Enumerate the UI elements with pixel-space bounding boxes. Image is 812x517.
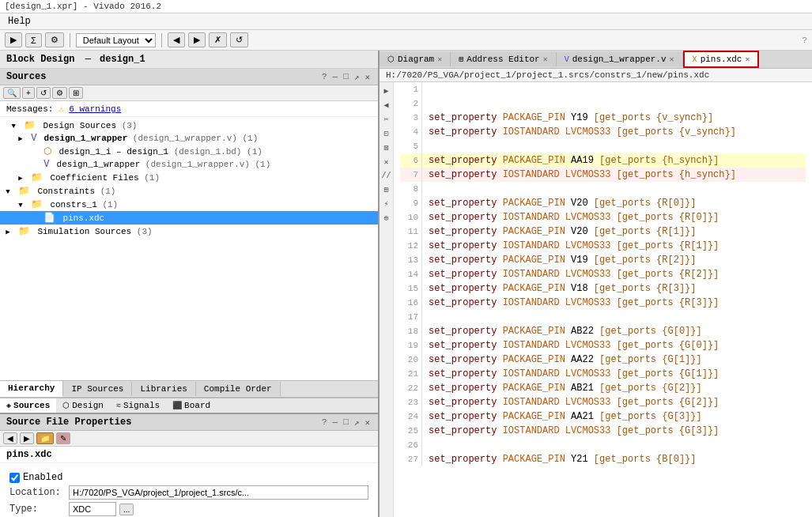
toolbar-stop-btn[interactable]: ✗ [209, 32, 227, 47]
editor-tabs: ⬡ Diagram ✕ ⊞ Address Editor ✕ V design_… [380, 51, 812, 69]
strip-icon-close[interactable]: ✕ [383, 157, 389, 168]
tab-hierarchy[interactable]: Hierarchy [0, 381, 63, 397]
sfp-edit-btn[interactable]: ✎ [56, 432, 70, 444]
tree-design1-wrapper2[interactable]: V design_1_wrapper (design_1_wrapper.v) … [0, 158, 378, 171]
line-number-17: 17 [400, 310, 422, 324]
src-settings-btn[interactable]: ⚙ [52, 87, 67, 99]
sfp-prev-btn[interactable]: ◀ [3, 432, 17, 444]
editor-tab-pins-xdc-label: pins.xdc [701, 55, 742, 64]
code-text-25: set_property IOSTANDARD LVCMOS33 [get_po… [429, 424, 719, 438]
bottom-tab-signals[interactable]: ≈ Signals [110, 398, 166, 413]
sfp-enabled-checkbox[interactable] [9, 473, 20, 483]
warnings-link[interactable]: 6 warnings [69, 104, 121, 114]
code-line-16: 16set_property IOSTANDARD LVCMOS33 [get_… [400, 296, 806, 310]
editor-tab-diagram[interactable]: ⬡ Diagram ✕ [380, 52, 451, 66]
src-search-btn[interactable]: 🔍 [3, 87, 21, 99]
src-add-btn[interactable]: + [22, 87, 35, 99]
verilog-icon: V [31, 133, 36, 144]
layout-select[interactable]: Default Layout [76, 33, 156, 47]
sfp-maximize-btn[interactable]: □ [342, 417, 350, 427]
strip-icon-cut[interactable]: ✂ [383, 114, 389, 125]
editor-tab-pins-xdc[interactable]: X pins.xdc ✕ [683, 51, 760, 68]
editor-tab-wrapper-v[interactable]: V design_1_wrapper.v ✕ [557, 52, 683, 66]
sfp-help-btn[interactable]: ? [320, 417, 329, 427]
tab-compile-order[interactable]: Compile Order [196, 382, 281, 396]
bottom-tab-board[interactable]: ⬛ Board [166, 398, 217, 413]
sfp-type-value[interactable] [69, 502, 116, 516]
code-line-12: 12set_property IOSTANDARD LVCMOS33 [get_… [400, 239, 806, 253]
title-text: [design_1.xpr] - Vivado 2016.2 [5, 2, 161, 11]
sources-tab-icon: ◈ [6, 401, 11, 410]
strip-icon-add[interactable]: ⊕ [383, 213, 389, 224]
strip-icon-back[interactable]: ◀ [383, 100, 389, 111]
menu-help[interactable]: Help [5, 15, 34, 28]
tree-coeff-files[interactable]: ▶ 📁 Coefficient Files (1) [0, 171, 378, 184]
src-expand-btn[interactable]: ⊞ [69, 87, 83, 99]
sfp-folder-btn[interactable]: 📁 [36, 432, 54, 444]
sources-help-btn[interactable]: ? [320, 72, 329, 81]
sources-tree[interactable]: ▼ 📁 Design Sources (3) ▶ V design_1_wrap… [0, 117, 378, 380]
tree-constraints[interactable]: ▼ 📁 Constraints (1) [0, 184, 378, 198]
tree-design1-i[interactable]: ⬡ design_1_i – design_1 (design_1.bd) (1… [0, 145, 378, 158]
line-number-2: 2 [400, 96, 422, 111]
code-line-17: 17 [400, 310, 806, 324]
tree-constrs1[interactable]: ▼ 📁 constrs_1 (1) [0, 198, 378, 211]
sources-close-btn[interactable]: ✕ [363, 72, 372, 82]
strip-icon-block1[interactable]: ⊡ [383, 128, 389, 139]
strip-icon-run[interactable]: ▶ [383, 85, 389, 96]
line-number-26: 26 [400, 438, 422, 452]
wrapper-v-tab-close[interactable]: ✕ [670, 55, 674, 64]
sfp-type-label: Type: [9, 504, 69, 515]
bd-icon: ⬡ [43, 146, 51, 157]
toolbar-refresh-btn[interactable]: ↺ [230, 32, 248, 47]
sfp-close-btn[interactable]: ✕ [363, 417, 372, 428]
code-line-22: 22set_property PACKAGE_PIN AB21 [get_por… [400, 381, 806, 395]
sfp-location-value[interactable] [69, 485, 368, 500]
tree-sim-sources[interactable]: ▶ 📁 Simulation Sources (3) [0, 225, 378, 238]
code-line-21: 21set_property IOSTANDARD LVCMOS33 [get_… [400, 367, 806, 381]
pins-xdc-tab-close[interactable]: ✕ [745, 55, 750, 64]
code-line-6: 6set_property PACKAGE_PIN AA19 [get_port… [400, 153, 806, 168]
bottom-tab-design[interactable]: ⬡ Design [56, 398, 110, 413]
bottom-tab-sources[interactable]: ◈ Sources [0, 398, 56, 413]
sfp-type-browse-btn[interactable]: ... [119, 504, 134, 515]
line-number-19: 19 [400, 338, 422, 353]
tree-pins-xdc[interactable]: 📄 pins.xdc [0, 211, 378, 225]
signals-tab-icon: ≈ [116, 402, 121, 410]
src-refresh-btn[interactable]: ↺ [36, 87, 51, 99]
sfp-minimize-btn[interactable]: — [331, 417, 340, 427]
design-tab-icon: ⬡ [62, 401, 70, 410]
strip-icon-flash[interactable]: ⚡ [383, 198, 389, 209]
toolbar-run-btn[interactable]: ▶ [5, 32, 22, 47]
tab-ip-sources[interactable]: IP Sources [63, 382, 132, 396]
sources-maximize-btn[interactable]: □ [342, 72, 350, 81]
code-text-20: set_property PACKAGE_PIN AA22 [get_ports… [429, 353, 702, 367]
line-number-21: 21 [400, 367, 422, 381]
sfp-float-btn[interactable]: ↗ [353, 417, 361, 428]
block-design-title: Block Design [6, 54, 74, 65]
toolbar-sum-btn[interactable]: Σ [25, 33, 42, 47]
tab-libraries[interactable]: Libraries [132, 382, 195, 396]
toolbar-gear-btn[interactable]: ⚙ [45, 32, 64, 47]
editor-tab-address[interactable]: ⊞ Address Editor ✕ [451, 52, 556, 66]
address-tab-close[interactable]: ✕ [543, 55, 548, 64]
code-line-11: 11set_property PACKAGE_PIN V20 [get_port… [400, 225, 806, 239]
toolbar-back-btn[interactable]: ◀ [168, 32, 185, 47]
code-line-8: 8 [400, 182, 806, 196]
code-line-7: 7set_property IOSTANDARD LVCMOS33 [get_p… [400, 168, 806, 182]
tree-design-sources[interactable]: ▼ 📁 Design Sources (3) [0, 119, 378, 132]
sources-minimize-btn[interactable]: — [331, 72, 340, 81]
strip-icon-block2[interactable]: ⊠ [383, 142, 389, 153]
line-number-12: 12 [400, 239, 422, 253]
strip-icon-grid[interactable]: ⊞ [383, 184, 389, 195]
code-area[interactable]: 123set_property PACKAGE_PIN Y19 [get_por… [394, 82, 812, 517]
sources-float-btn[interactable]: ↗ [353, 72, 361, 82]
sfp-next-btn[interactable]: ▶ [20, 432, 34, 444]
sfp-type-row: Type: ... [9, 502, 368, 516]
code-line-13: 13set_property PACKAGE_PIN V19 [get_port… [400, 253, 806, 267]
line-number-8: 8 [400, 182, 422, 196]
toolbar-fwd-btn[interactable]: ▶ [188, 32, 206, 47]
strip-icon-comment[interactable]: // [380, 171, 391, 181]
tree-design1-wrapper[interactable]: ▶ V design_1_wrapper (design_1_wrapper.v… [0, 132, 378, 145]
diagram-tab-close[interactable]: ✕ [437, 55, 442, 64]
